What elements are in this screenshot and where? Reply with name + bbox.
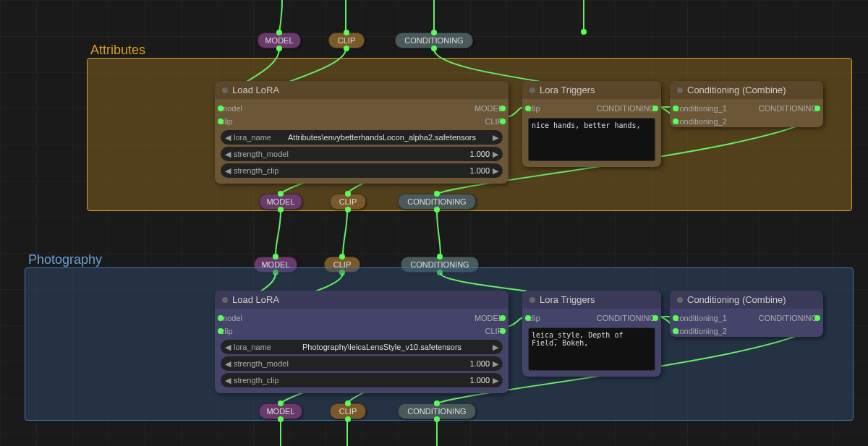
collapse-dot-icon[interactable]	[677, 87, 683, 93]
reroute-model-top[interactable]: MODEL	[258, 33, 301, 48]
triggers-textbox[interactable]: nice hands, better hands,	[528, 118, 655, 161]
triggers-textbox[interactable]: leica_style, Depth of Field, Bokeh,	[528, 327, 655, 371]
arrow-right-icon[interactable]: ▶	[493, 133, 498, 142]
collapse-dot-icon[interactable]	[529, 87, 535, 93]
port-in[interactable]	[437, 254, 443, 260]
reroute-conditioning-top[interactable]: CONDITIONING	[395, 33, 473, 48]
node-title: Load LoRA	[232, 85, 279, 95]
reroute-model-mid[interactable]: MODEL	[259, 194, 302, 210]
pill-label: MODEL	[266, 197, 294, 206]
widget-label: lora_name	[234, 133, 271, 142]
port-clip-in[interactable]	[525, 315, 531, 321]
port-cond-out[interactable]	[814, 315, 820, 321]
port-in[interactable]	[339, 254, 345, 260]
port-in[interactable]	[278, 191, 284, 197]
reroute-clip-photo-bot[interactable]: CLIP	[330, 403, 366, 419]
port-model-in[interactable]	[218, 315, 224, 321]
triggers-text: leica_style, Depth of Field, Bokeh,	[532, 331, 623, 347]
widget-value: Attributes\envybetterhandsLocon_alpha2.s…	[271, 133, 493, 142]
port-cond2-in[interactable]	[673, 119, 678, 124]
node-header[interactable]: Lora Triggers	[522, 291, 661, 309]
port-in[interactable]	[276, 30, 282, 35]
widget-strength-model[interactable]: ◀ strength_model 1.000 ▶	[221, 356, 503, 371]
collapse-dot-icon[interactable]	[677, 297, 683, 303]
port-clip-in[interactable]	[218, 119, 224, 124]
port-out[interactable]	[276, 46, 282, 51]
port-out[interactable]	[434, 207, 440, 213]
reroute-clip-mid[interactable]: CLIP	[330, 194, 366, 210]
port-cond2-in[interactable]	[673, 328, 678, 334]
port-clip-in[interactable]	[525, 106, 531, 111]
input-cond1-label: conditioning_1	[676, 314, 727, 322]
arrow-right-icon[interactable]: ▶	[493, 150, 498, 159]
pill-label: CLIP	[339, 197, 357, 206]
node-conditioning-combine-photography[interactable]: Conditioning (Combine) conditioning_1 CO…	[670, 291, 823, 337]
reroute-conditioning-photo-bot[interactable]: CONDITIONING	[398, 403, 476, 419]
node-conditioning-combine-attributes[interactable]: Conditioning (Combine) conditioning_1 CO…	[670, 81, 823, 127]
node-header[interactable]: Conditioning (Combine)	[670, 81, 823, 99]
arrow-right-icon[interactable]: ▶	[493, 166, 498, 176]
reroute-model-photo-bot[interactable]: MODEL	[259, 403, 302, 419]
arrow-left-icon[interactable]: ◀	[225, 343, 231, 352]
collapse-dot-icon[interactable]	[222, 87, 228, 93]
reroute-clip-top[interactable]: CLIP	[328, 33, 365, 48]
port-out[interactable]	[344, 46, 349, 51]
node-header[interactable]: Conditioning (Combine)	[670, 291, 823, 309]
port-out[interactable]	[345, 416, 351, 422]
widget-label: strength_model	[234, 359, 289, 368]
widget-strength-clip[interactable]: ◀ strength_clip 1.000 ▶	[221, 163, 503, 178]
port-cond-out[interactable]	[652, 315, 658, 321]
reroute-conditioning-mid[interactable]: CONDITIONING	[398, 194, 476, 210]
port-in[interactable]	[434, 400, 440, 406]
widget-label: strength_clip	[234, 166, 278, 175]
port-out[interactable]	[434, 416, 440, 422]
arrow-right-icon[interactable]: ▶	[493, 359, 498, 369]
node-title: Lora Triggers	[540, 85, 595, 95]
port-cond1-in[interactable]	[673, 315, 678, 321]
node-load-lora-photography[interactable]: Load LoRA model MODEL clip CLIP ◀ lora_n…	[215, 291, 509, 393]
port-in[interactable]	[273, 254, 278, 260]
widget-strength-model[interactable]: ◀ strength_model 1.000 ▶	[221, 147, 503, 161]
widget-strength-clip[interactable]: ◀ strength_clip 1.000 ▶	[221, 373, 503, 387]
port-clip-in[interactable]	[218, 328, 224, 334]
stray-port[interactable]	[581, 29, 587, 35]
node-header[interactable]: Lora Triggers	[522, 81, 661, 99]
port-in[interactable]	[344, 30, 349, 35]
arrow-right-icon[interactable]: ▶	[493, 343, 498, 352]
port-out[interactable]	[278, 207, 284, 213]
arrow-left-icon[interactable]: ◀	[225, 166, 231, 176]
port-cond-out[interactable]	[652, 106, 658, 111]
arrow-left-icon[interactable]: ◀	[225, 150, 231, 159]
node-title: Conditioning (Combine)	[687, 85, 786, 95]
port-out[interactable]	[431, 46, 437, 51]
input-cond2-label: conditioning_2	[676, 117, 727, 126]
node-header[interactable]: Load LoRA	[215, 291, 509, 309]
arrow-left-icon[interactable]: ◀	[225, 133, 231, 142]
port-model-out[interactable]	[500, 106, 506, 111]
port-out[interactable]	[278, 416, 284, 422]
port-in[interactable]	[345, 400, 351, 406]
port-model-in[interactable]	[218, 106, 224, 111]
port-in[interactable]	[345, 191, 351, 197]
port-in[interactable]	[278, 400, 284, 406]
port-out[interactable]	[345, 207, 351, 213]
port-cond-out[interactable]	[814, 106, 820, 111]
arrow-left-icon[interactable]: ◀	[225, 376, 231, 385]
collapse-dot-icon[interactable]	[529, 297, 535, 303]
node-title: Conditioning (Combine)	[687, 294, 786, 305]
arrow-right-icon[interactable]: ▶	[493, 376, 498, 385]
port-model-out[interactable]	[500, 315, 506, 321]
port-in[interactable]	[431, 30, 437, 35]
port-clip-out[interactable]	[500, 119, 506, 124]
port-clip-out[interactable]	[500, 328, 506, 334]
node-load-lora-attributes[interactable]: Load LoRA model MODEL clip CLIP ◀ lora_n…	[215, 81, 509, 184]
node-lora-triggers-attributes[interactable]: Lora Triggers clip CONDITIONING nice han…	[522, 81, 661, 167]
port-in[interactable]	[434, 191, 440, 197]
node-lora-triggers-photography[interactable]: Lora Triggers clip CONDITIONING leica_st…	[522, 291, 661, 377]
arrow-left-icon[interactable]: ◀	[225, 359, 231, 369]
widget-lora-name[interactable]: ◀ lora_name Photography\leicaLensStyle_v…	[221, 340, 503, 354]
node-header[interactable]: Load LoRA	[215, 81, 509, 99]
widget-lora-name[interactable]: ◀ lora_name Attributes\envybetterhandsLo…	[221, 130, 503, 145]
port-cond1-in[interactable]	[673, 106, 678, 111]
collapse-dot-icon[interactable]	[222, 297, 228, 303]
